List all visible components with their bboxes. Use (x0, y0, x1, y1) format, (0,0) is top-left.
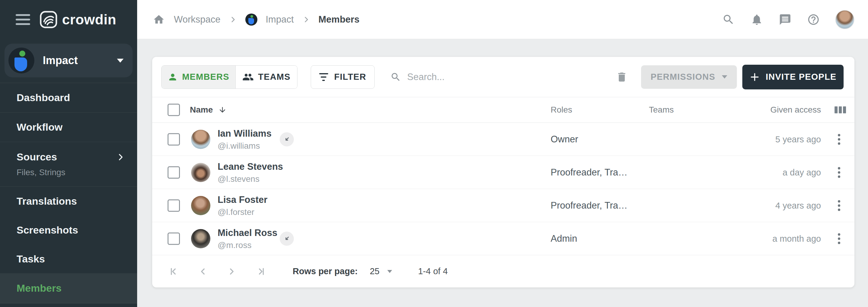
breadcrumb-current: Members (318, 14, 360, 25)
help-icon[interactable] (807, 13, 820, 26)
sidebar-item-label: Screenshots (17, 224, 78, 236)
sidebar-item-workflow[interactable]: Workflow (0, 112, 137, 142)
sidebar-item-members[interactable]: Members (0, 273, 137, 303)
chevron-down-icon (117, 59, 124, 63)
member-username: @i.williams (218, 141, 272, 150)
sidebar-item-tasks[interactable]: Tasks (0, 244, 137, 273)
given-access-cell: a day ago (783, 167, 821, 177)
arrow-down-left-icon (280, 132, 294, 146)
view-switcher: MEMBERS TEAMS (161, 65, 298, 89)
row-checkbox[interactable] (167, 199, 180, 212)
filter-button[interactable]: FILTER (311, 65, 375, 89)
invite-label: INVITE PEOPLE (766, 72, 837, 82)
pagination-range: 1-4 of 4 (418, 266, 447, 276)
member-name[interactable]: Leane Stevens (218, 161, 283, 172)
sidebar-item-screenshots[interactable]: Screenshots (0, 215, 137, 244)
search-icon[interactable] (722, 13, 735, 26)
kebab-menu-icon[interactable] (836, 165, 842, 180)
first-page-icon[interactable] (167, 265, 181, 278)
chevron-right-icon (302, 15, 310, 24)
project-name: Impact (43, 54, 117, 67)
column-header-given-access[interactable]: Given access (770, 105, 821, 115)
next-page-icon[interactable] (225, 265, 239, 278)
sidebar-item-label: Workflow (17, 121, 62, 133)
kebab-menu-icon[interactable] (836, 232, 842, 246)
trash-icon[interactable] (615, 70, 628, 84)
select-all-checkbox[interactable] (167, 104, 180, 116)
row-checkbox[interactable] (167, 133, 180, 145)
crowdin-logo[interactable]: crowdin (40, 11, 116, 28)
arrow-down-left-icon (280, 232, 294, 246)
rows-per-page-select[interactable]: 25 (370, 266, 392, 276)
sidebar: crowdin Impact Dashboard Workflow Source… (0, 0, 137, 307)
member-cell: Lisa Foster @l.forster (218, 194, 267, 217)
kebab-menu-icon[interactable] (836, 132, 842, 146)
member-cell: Michael Ross @m.ross (218, 227, 277, 250)
avatar (191, 130, 210, 149)
user-avatar[interactable] (835, 10, 855, 29)
topbar-actions (722, 10, 855, 29)
tab-teams[interactable]: TEAMS (236, 66, 297, 89)
sidebar-item-sublabel: Files, Strings (17, 168, 125, 177)
invite-people-button[interactable]: INVITE PEOPLE (742, 65, 844, 90)
chat-icon[interactable] (778, 13, 792, 26)
table-header: Name Roles Teams Given access (152, 97, 855, 123)
breadcrumb-project-avatar (245, 13, 257, 26)
app-window: crowdin Impact Dashboard Workflow Source… (0, 0, 868, 307)
sidebar-item-label: Sources (17, 151, 57, 163)
avatar (191, 229, 210, 248)
sidebar-item-label: Translations (17, 195, 77, 207)
tab-members[interactable]: MEMBERS (161, 66, 236, 89)
tab-label: MEMBERS (182, 72, 229, 82)
given-access-cell: 5 years ago (775, 134, 821, 144)
permissions-button[interactable]: PERMISSIONS (641, 65, 737, 89)
sidebar-item-dashboard[interactable]: Dashboard (0, 83, 137, 112)
sidebar-nav: Dashboard Workflow Sources Files, String… (0, 83, 137, 303)
roles-cell: Proofreader, Tra… (551, 167, 627, 178)
table-row: Lisa Foster @l.forster Proofreader, Tra…… (152, 189, 855, 222)
roles-cell: Owner (551, 134, 578, 145)
member-username: @m.ross (218, 240, 277, 250)
member-name[interactable]: Lisa Foster (218, 194, 267, 205)
bell-icon[interactable] (750, 13, 764, 26)
column-label: Name (190, 105, 213, 115)
sort-descending-icon (218, 106, 227, 114)
topbar: Workspace Impact Members (137, 0, 868, 39)
table-row: Leane Stevens @l.stevens Proofreader, Tr… (152, 156, 855, 189)
chevron-right-icon (116, 152, 125, 162)
previous-page-icon[interactable] (196, 265, 210, 278)
column-header-teams[interactable]: Teams (649, 105, 674, 115)
sidebar-item-label: Tasks (17, 253, 45, 265)
search-icon (390, 72, 401, 82)
roles-cell: Proofreader, Tra… (551, 200, 627, 211)
toolbar-actions: PERMISSIONS INVITE PEOPLE (615, 65, 844, 90)
project-selector[interactable]: Impact (4, 44, 133, 77)
row-checkbox[interactable] (167, 166, 180, 178)
person-icon (167, 72, 178, 82)
sidebar-item-translations[interactable]: Translations (0, 186, 137, 215)
rows-per-page-label: Rows per page: (293, 266, 358, 276)
search-box (390, 72, 534, 82)
kebab-menu-icon[interactable] (836, 198, 842, 213)
table-row: Michael Ross @m.ross Admin a month ago (152, 222, 855, 255)
member-name[interactable]: Ian Williams (218, 128, 272, 139)
breadcrumb-workspace[interactable]: Workspace (174, 14, 221, 25)
rows-per-page-value: 25 (370, 266, 379, 276)
plus-icon (749, 72, 760, 82)
member-username: @l.stevens (218, 174, 283, 183)
sidebar-item-sources[interactable]: Sources Files, Strings (0, 142, 137, 186)
search-input[interactable] (407, 72, 534, 82)
columns-icon[interactable] (835, 107, 846, 113)
member-name[interactable]: Michael Ross (218, 227, 277, 238)
tab-label: TEAMS (258, 72, 290, 82)
menu-icon[interactable] (16, 14, 30, 25)
given-access-cell: a month ago (772, 234, 821, 243)
avatar (191, 196, 210, 215)
last-page-icon[interactable] (254, 265, 267, 278)
breadcrumb-project[interactable]: Impact (266, 14, 294, 25)
column-header-name[interactable]: Name (190, 105, 227, 115)
column-header-roles[interactable]: Roles (551, 105, 572, 115)
chevron-down-icon (387, 270, 392, 273)
home-icon[interactable] (152, 13, 165, 26)
row-checkbox[interactable] (167, 232, 180, 245)
